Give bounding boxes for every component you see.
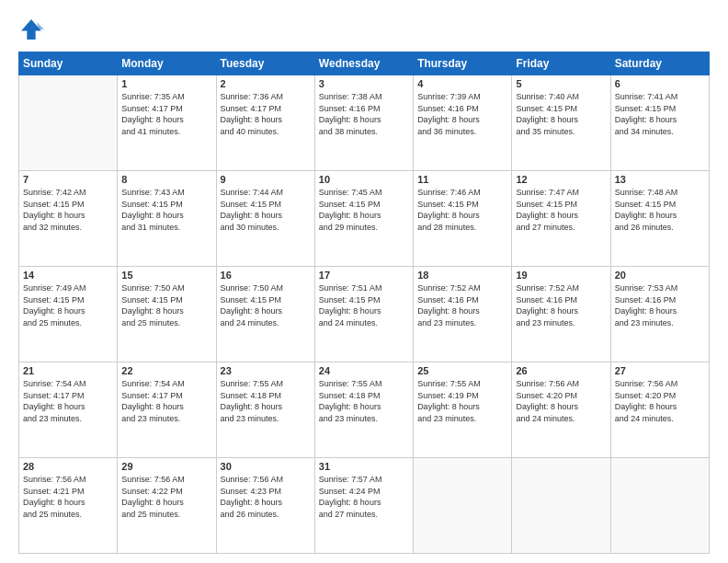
calendar-cell: 26Sunrise: 7:56 AMSunset: 4:20 PMDayligh… xyxy=(512,362,610,458)
cell-info: Sunrise: 7:38 AMSunset: 4:16 PMDaylight:… xyxy=(319,91,409,137)
cell-info: Sunrise: 7:53 AMSunset: 4:16 PMDaylight:… xyxy=(615,282,705,328)
cell-info: Sunrise: 7:41 AMSunset: 4:15 PMDaylight:… xyxy=(615,91,705,137)
calendar-cell: 31Sunrise: 7:57 AMSunset: 4:24 PMDayligh… xyxy=(314,458,413,554)
weekday-header-row: SundayMondayTuesdayWednesdayThursdayFrid… xyxy=(19,52,710,75)
cell-info: Sunrise: 7:56 AMSunset: 4:20 PMDaylight:… xyxy=(615,378,705,424)
cell-info: Sunrise: 7:56 AMSunset: 4:20 PMDaylight:… xyxy=(516,378,606,424)
weekday-header-cell: Wednesday xyxy=(314,52,413,75)
weekday-header-cell: Thursday xyxy=(414,52,512,75)
cell-info: Sunrise: 7:55 AMSunset: 4:19 PMDaylight:… xyxy=(417,378,507,424)
day-number: 8 xyxy=(121,174,211,185)
day-number: 7 xyxy=(23,174,113,185)
day-number: 5 xyxy=(516,78,606,89)
calendar-cell: 8Sunrise: 7:43 AMSunset: 4:15 PMDaylight… xyxy=(118,171,216,267)
calendar-week-row: 1Sunrise: 7:35 AMSunset: 4:17 PMDaylight… xyxy=(19,75,710,171)
calendar-week-row: 28Sunrise: 7:56 AMSunset: 4:21 PMDayligh… xyxy=(19,458,710,554)
cell-info: Sunrise: 7:56 AMSunset: 4:21 PMDaylight:… xyxy=(23,474,113,520)
cell-info: Sunrise: 7:39 AMSunset: 4:16 PMDaylight:… xyxy=(417,91,507,137)
cell-info: Sunrise: 7:55 AMSunset: 4:18 PMDaylight:… xyxy=(319,378,409,424)
day-number: 30 xyxy=(221,461,311,472)
calendar-cell: 12Sunrise: 7:47 AMSunset: 4:15 PMDayligh… xyxy=(512,171,610,267)
cell-info: Sunrise: 7:42 AMSunset: 4:15 PMDaylight:… xyxy=(23,187,113,233)
day-number: 9 xyxy=(221,174,311,185)
calendar-cell: 6Sunrise: 7:41 AMSunset: 4:15 PMDaylight… xyxy=(610,75,709,171)
weekday-header-cell: Tuesday xyxy=(216,52,314,75)
day-number: 26 xyxy=(516,365,606,376)
logo xyxy=(18,17,48,42)
day-number: 14 xyxy=(23,270,113,281)
calendar-cell: 11Sunrise: 7:46 AMSunset: 4:15 PMDayligh… xyxy=(414,171,512,267)
calendar-cell: 25Sunrise: 7:55 AMSunset: 4:19 PMDayligh… xyxy=(414,362,512,458)
cell-info: Sunrise: 7:40 AMSunset: 4:15 PMDaylight:… xyxy=(516,91,606,137)
weekday-header-cell: Saturday xyxy=(610,52,709,75)
weekday-header-cell: Friday xyxy=(512,52,610,75)
cell-info: Sunrise: 7:47 AMSunset: 4:15 PMDaylight:… xyxy=(516,187,606,233)
calendar-cell: 5Sunrise: 7:40 AMSunset: 4:15 PMDaylight… xyxy=(512,75,610,171)
cell-info: Sunrise: 7:55 AMSunset: 4:18 PMDaylight:… xyxy=(221,378,311,424)
day-number: 24 xyxy=(319,365,409,376)
calendar-week-row: 21Sunrise: 7:54 AMSunset: 4:17 PMDayligh… xyxy=(19,362,710,458)
weekday-header-cell: Monday xyxy=(118,52,216,75)
calendar-cell: 16Sunrise: 7:50 AMSunset: 4:15 PMDayligh… xyxy=(216,267,314,362)
cell-info: Sunrise: 7:36 AMSunset: 4:17 PMDaylight:… xyxy=(221,91,311,137)
calendar-cell: 4Sunrise: 7:39 AMSunset: 4:16 PMDaylight… xyxy=(414,75,512,171)
day-number: 11 xyxy=(417,174,507,185)
calendar-cell: 18Sunrise: 7:52 AMSunset: 4:16 PMDayligh… xyxy=(414,267,512,362)
cell-info: Sunrise: 7:56 AMSunset: 4:23 PMDaylight:… xyxy=(221,474,311,520)
calendar-cell: 19Sunrise: 7:52 AMSunset: 4:16 PMDayligh… xyxy=(512,267,610,362)
cell-info: Sunrise: 7:50 AMSunset: 4:15 PMDaylight:… xyxy=(221,282,311,328)
cell-info: Sunrise: 7:43 AMSunset: 4:15 PMDaylight:… xyxy=(121,187,211,233)
cell-info: Sunrise: 7:56 AMSunset: 4:22 PMDaylight:… xyxy=(121,474,211,520)
day-number: 16 xyxy=(221,270,311,281)
day-number: 29 xyxy=(121,461,211,472)
day-number: 2 xyxy=(221,78,311,89)
cell-info: Sunrise: 7:49 AMSunset: 4:15 PMDaylight:… xyxy=(23,282,113,328)
calendar-cell: 28Sunrise: 7:56 AMSunset: 4:21 PMDayligh… xyxy=(19,458,118,554)
calendar-cell xyxy=(19,75,118,171)
calendar-cell: 21Sunrise: 7:54 AMSunset: 4:17 PMDayligh… xyxy=(19,362,118,458)
day-number: 1 xyxy=(121,78,211,89)
calendar-cell: 3Sunrise: 7:38 AMSunset: 4:16 PMDaylight… xyxy=(314,75,413,171)
cell-info: Sunrise: 7:48 AMSunset: 4:15 PMDaylight:… xyxy=(615,187,705,233)
day-number: 31 xyxy=(319,461,409,472)
logo-icon xyxy=(18,17,44,42)
calendar-cell xyxy=(512,458,610,554)
calendar-cell: 30Sunrise: 7:56 AMSunset: 4:23 PMDayligh… xyxy=(216,458,314,554)
day-number: 19 xyxy=(516,270,606,281)
day-number: 12 xyxy=(516,174,606,185)
day-number: 13 xyxy=(615,174,705,185)
day-number: 27 xyxy=(615,365,705,376)
day-number: 25 xyxy=(417,365,507,376)
cell-info: Sunrise: 7:45 AMSunset: 4:15 PMDaylight:… xyxy=(319,187,409,233)
cell-info: Sunrise: 7:50 AMSunset: 4:15 PMDaylight:… xyxy=(121,282,211,328)
calendar-cell xyxy=(610,458,709,554)
calendar-cell: 17Sunrise: 7:51 AMSunset: 4:15 PMDayligh… xyxy=(314,267,413,362)
day-number: 21 xyxy=(23,365,113,376)
calendar-cell: 7Sunrise: 7:42 AMSunset: 4:15 PMDaylight… xyxy=(19,171,118,267)
calendar-week-row: 7Sunrise: 7:42 AMSunset: 4:15 PMDaylight… xyxy=(19,171,710,267)
calendar-cell: 15Sunrise: 7:50 AMSunset: 4:15 PMDayligh… xyxy=(118,267,216,362)
day-number: 22 xyxy=(121,365,211,376)
cell-info: Sunrise: 7:57 AMSunset: 4:24 PMDaylight:… xyxy=(319,474,409,520)
cell-info: Sunrise: 7:54 AMSunset: 4:17 PMDaylight:… xyxy=(121,378,211,424)
day-number: 18 xyxy=(417,270,507,281)
cell-info: Sunrise: 7:54 AMSunset: 4:17 PMDaylight:… xyxy=(23,378,113,424)
cell-info: Sunrise: 7:44 AMSunset: 4:15 PMDaylight:… xyxy=(221,187,311,233)
day-number: 10 xyxy=(319,174,409,185)
calendar-cell: 10Sunrise: 7:45 AMSunset: 4:15 PMDayligh… xyxy=(314,171,413,267)
day-number: 6 xyxy=(615,78,705,89)
header xyxy=(18,17,710,42)
page: SundayMondayTuesdayWednesdayThursdayFrid… xyxy=(0,0,728,563)
day-number: 4 xyxy=(417,78,507,89)
calendar-cell: 29Sunrise: 7:56 AMSunset: 4:22 PMDayligh… xyxy=(118,458,216,554)
calendar-cell: 24Sunrise: 7:55 AMSunset: 4:18 PMDayligh… xyxy=(314,362,413,458)
calendar-cell xyxy=(414,458,512,554)
cell-info: Sunrise: 7:35 AMSunset: 4:17 PMDaylight:… xyxy=(121,91,211,137)
svg-marker-1 xyxy=(21,19,41,40)
calendar-cell: 2Sunrise: 7:36 AMSunset: 4:17 PMDaylight… xyxy=(216,75,314,171)
day-number: 28 xyxy=(23,461,113,472)
calendar-cell: 1Sunrise: 7:35 AMSunset: 4:17 PMDaylight… xyxy=(118,75,216,171)
calendar-cell: 23Sunrise: 7:55 AMSunset: 4:18 PMDayligh… xyxy=(216,362,314,458)
cell-info: Sunrise: 7:51 AMSunset: 4:15 PMDaylight:… xyxy=(319,282,409,328)
cell-info: Sunrise: 7:46 AMSunset: 4:15 PMDaylight:… xyxy=(417,187,507,233)
